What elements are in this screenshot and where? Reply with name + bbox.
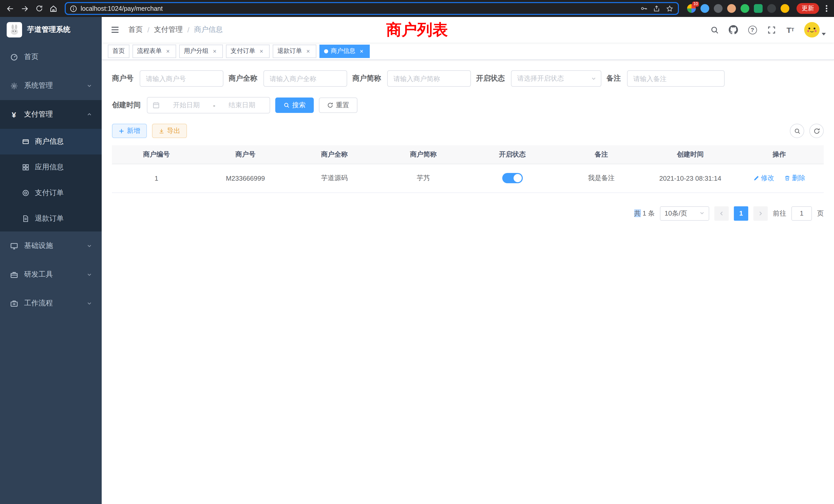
chevron-down-icon — [87, 271, 92, 279]
sidebar-item-payment[interactable]: ¥ 支付管理 — [0, 100, 102, 129]
merchant-table: 商户编号 商户号 商户全称 商户简称 开启状态 备注 创建时间 操作 1 — [112, 145, 824, 193]
tab-merchant-info[interactable]: 商户信息 × — [320, 44, 370, 58]
create-time-label: 创建时间 — [112, 100, 147, 110]
chevron-down-icon — [87, 82, 92, 90]
toggle-search-button[interactable] — [790, 124, 804, 138]
close-icon[interactable]: × — [164, 47, 172, 55]
page-number-1[interactable]: 1 — [734, 206, 748, 221]
add-button[interactable]: 新增 — [112, 124, 147, 138]
extension-drop-icon[interactable] — [701, 4, 709, 13]
tab-refund-orders[interactable]: 退款订单 × — [273, 44, 316, 58]
extension-gray-icon[interactable] — [714, 4, 723, 13]
status-label: 开启状态 — [476, 74, 511, 83]
close-icon[interactable]: × — [305, 47, 312, 55]
search-icon[interactable] — [709, 25, 720, 35]
close-icon[interactable]: × — [358, 47, 365, 55]
export-button[interactable]: 导出 — [152, 124, 187, 138]
col-header-create-time: 创建时间 — [646, 145, 735, 164]
extension-sheet-icon[interactable] — [754, 4, 763, 13]
dashboard-icon — [10, 53, 18, 61]
extension-green-circle-icon[interactable] — [741, 4, 749, 13]
top-navbar: 首页 / 支付管理 / 商户信息 ? — [102, 17, 834, 43]
sidebar-item-label: 应用信息 — [35, 163, 64, 172]
back-icon[interactable] — [4, 2, 17, 15]
tab-home[interactable]: 首页 — [108, 44, 129, 58]
status-select[interactable]: 请选择开启状态 — [511, 70, 601, 87]
chevron-down-icon — [699, 209, 705, 217]
font-size-icon[interactable]: TT — [785, 25, 795, 35]
status-toggle[interactable] — [502, 173, 523, 183]
cell-remark: 我是备注 — [557, 164, 646, 192]
reset-button[interactable]: 重置 — [319, 97, 357, 113]
prev-page-button[interactable] — [714, 206, 729, 221]
browser-menu-icon[interactable] — [823, 5, 830, 12]
extension-colorwheel-icon[interactable]: 10 — [687, 4, 696, 13]
chrome-update-button[interactable]: 更新 — [796, 3, 819, 14]
delete-link[interactable]: 删除 — [784, 174, 805, 183]
github-icon[interactable] — [728, 25, 739, 35]
breadcrumb-home[interactable]: 首页 — [128, 25, 143, 35]
table-toolbar: 新增 导出 — [112, 124, 824, 138]
breadcrumb-payment[interactable]: 支付管理 — [154, 25, 183, 35]
sidebar-item-app-info[interactable]: 应用信息 — [0, 155, 102, 180]
create-time-range-picker[interactable]: 开始日期 - 结束日期 — [147, 97, 270, 113]
next-page-button[interactable] — [753, 206, 768, 221]
browser-window: localhost:1024/pay/merchant 10 — [0, 0, 834, 504]
sidebar-item-label: 工作流程 — [24, 299, 53, 308]
profile-avatar-icon[interactable] — [781, 4, 789, 13]
start-date-placeholder: 开始日期 — [164, 100, 209, 110]
search-button-label: 搜索 — [292, 100, 306, 110]
calendar-icon — [153, 101, 160, 109]
user-menu[interactable] — [804, 22, 826, 38]
app-title: 芋道管理系统 — [27, 25, 70, 35]
remark-label: 备注 — [607, 74, 627, 83]
forward-icon[interactable] — [19, 2, 31, 15]
reset-button-label: 重置 — [336, 100, 349, 110]
goto-page-input[interactable] — [791, 206, 812, 221]
refresh-table-button[interactable] — [809, 124, 824, 138]
cell-full-name: 芋道源码 — [290, 164, 379, 192]
fullscreen-icon[interactable] — [766, 25, 776, 35]
tab-pay-orders[interactable]: 支付订单 × — [226, 44, 270, 58]
merchant-no-input[interactable] — [140, 70, 223, 87]
close-icon[interactable]: × — [258, 47, 265, 55]
help-icon[interactable]: ? — [747, 25, 758, 35]
col-header-id: 商户编号 — [112, 145, 201, 164]
sidebar-item-pay-orders[interactable]: 支付订单 — [0, 180, 102, 206]
toolbox-icon — [10, 271, 18, 279]
password-key-icon[interactable] — [640, 5, 648, 12]
sidebar-item-merchant-info[interactable]: 商户信息 — [0, 129, 102, 155]
sidebar-item-system[interactable]: 系统管理 — [0, 71, 102, 100]
edit-link-label: 修改 — [761, 174, 774, 183]
reload-icon[interactable] — [33, 2, 45, 15]
site-info-icon[interactable] — [70, 5, 77, 12]
extensions-area: 10 — [684, 4, 792, 13]
url-text: localhost:1024/pay/merchant — [81, 5, 163, 12]
sidebar-item-workflow[interactable]: 工作流程 — [0, 289, 102, 318]
url-bar[interactable]: localhost:1024/pay/merchant — [65, 2, 679, 15]
sidebar-item-refund-orders[interactable]: 退款订单 — [0, 206, 102, 231]
short-name-input[interactable] — [387, 70, 471, 87]
edit-link[interactable]: 修改 — [753, 174, 774, 183]
close-icon[interactable]: × — [211, 47, 218, 55]
home-icon[interactable] — [47, 2, 60, 15]
sidebar-item-devtools[interactable]: 研发工具 — [0, 260, 102, 289]
goto-suffix: 页 — [817, 209, 824, 218]
extension-avatar-icon[interactable] — [727, 4, 736, 13]
bookmark-star-icon[interactable] — [665, 4, 674, 13]
sidebar-item-home[interactable]: 首页 — [0, 43, 102, 71]
share-icon[interactable] — [653, 5, 660, 12]
extension-pin-icon[interactable] — [767, 4, 776, 13]
card-icon — [22, 138, 30, 146]
search-button[interactable]: 搜索 — [275, 97, 314, 113]
tab-process-form[interactable]: 流程表单 × — [132, 44, 176, 58]
full-name-input[interactable] — [263, 70, 347, 87]
sidebar-item-infra[interactable]: 基础设施 — [0, 231, 102, 260]
remark-input[interactable] — [627, 70, 725, 87]
cell-create-time: 2021-10-23 08:31:14 — [646, 164, 735, 192]
hamburger-icon[interactable] — [110, 25, 120, 35]
page-size-select[interactable]: 10条/页 — [660, 206, 709, 221]
tab-user-group[interactable]: 用户分组 × — [179, 44, 223, 58]
app-logo[interactable]: 芋道管理系统 — [0, 17, 102, 43]
col-header-actions: 操作 — [735, 145, 824, 164]
